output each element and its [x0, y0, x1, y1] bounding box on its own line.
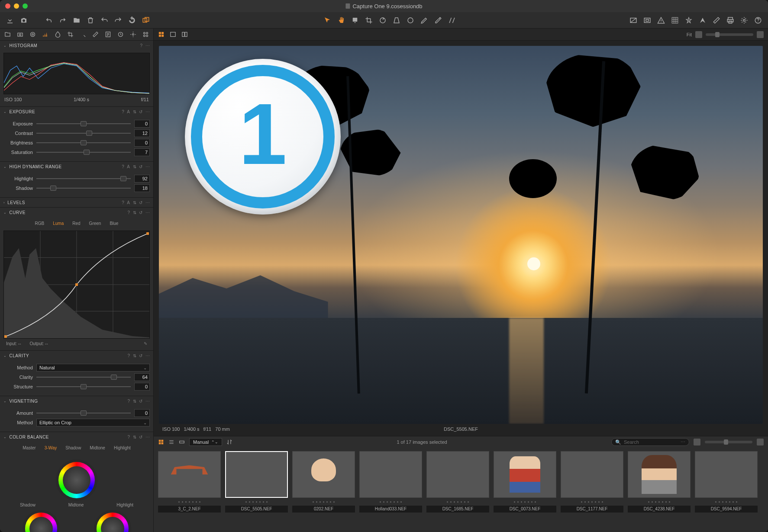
curve-picker-icon[interactable]: ✎ — [144, 341, 147, 346]
panel-reset-icon[interactable]: ↺ — [139, 164, 143, 169]
crop-icon[interactable] — [365, 16, 373, 24]
sort-direction-icon[interactable] — [226, 439, 232, 445]
rating-dots[interactable] — [426, 500, 489, 504]
panel-copy-icon[interactable]: ⇅ — [133, 164, 137, 169]
slider-track[interactable] — [36, 130, 131, 136]
cursor-select-icon[interactable] — [323, 16, 331, 24]
thumbnail[interactable]: DSC_9594.NEF — [695, 451, 758, 530]
panel-help-icon[interactable]: ? — [127, 353, 130, 358]
panel-menu-icon[interactable]: ⋯ — [145, 43, 150, 48]
hand-icon[interactable] — [337, 16, 345, 24]
rating-dots[interactable] — [561, 500, 623, 504]
panel-help-icon[interactable]: ? — [127, 435, 130, 439]
warnings-icon[interactable] — [657, 16, 665, 24]
exposure-warning-icon[interactable] — [629, 16, 637, 24]
thumbnail[interactable]: DSC_5505.NEF — [225, 451, 288, 530]
curve-editor[interactable] — [3, 231, 150, 339]
panel-auto-icon[interactable]: A — [127, 164, 130, 169]
exposure-header[interactable]: ⌄ EXPOSURE ?A⇅↺⋯ — [0, 107, 153, 116]
copy-adjustments-icon[interactable] — [448, 16, 456, 24]
panel-menu-icon[interactable]: ⋯ — [145, 200, 150, 205]
close-window-button[interactable] — [5, 3, 10, 9]
thumbnail[interactable]: 3_C_2.NEF — [158, 451, 221, 530]
rating-dots[interactable] — [292, 500, 355, 504]
view-multi-icon[interactable] — [181, 31, 188, 38]
process-icon[interactable] — [699, 16, 707, 24]
tab-master[interactable]: Master — [18, 444, 40, 452]
keystone-icon[interactable] — [393, 16, 400, 24]
thumbnail[interactable]: DSC_1177.NEF — [561, 451, 623, 530]
slider-track[interactable] — [36, 410, 131, 416]
lens-tab-icon[interactable] — [29, 31, 36, 38]
hdr-header[interactable]: ⌄ HIGH DYNAMIC RANGE ?A⇅↺⋯ — [0, 162, 153, 171]
browser-grid-icon[interactable] — [158, 439, 164, 445]
slider-value[interactable]: 64 — [134, 373, 150, 381]
slider-track[interactable] — [36, 185, 131, 191]
panel-copy-icon[interactable]: ⇅ — [133, 399, 137, 404]
thumbnail[interactable]: Holland033.NEF — [359, 451, 422, 530]
rating-dots[interactable] — [225, 500, 288, 504]
spot-icon[interactable] — [407, 16, 414, 24]
reset-icon[interactable] — [128, 16, 136, 24]
tab-blue[interactable]: Blue — [105, 220, 123, 227]
panel-reset-icon[interactable]: ↺ — [139, 399, 143, 404]
proof-profile-icon[interactable] — [695, 31, 702, 38]
slider-track[interactable] — [36, 176, 131, 182]
rating-dots[interactable] — [628, 500, 691, 504]
panel-menu-icon[interactable]: ⋯ — [145, 210, 150, 215]
tab-3-way[interactable]: 3-Way — [40, 444, 61, 452]
rating-dots[interactable] — [359, 500, 422, 504]
color-balance-header[interactable]: ⌄ COLOR BALANCE ?⇅↺⋯ — [0, 432, 153, 442]
thumbnail[interactable]: 0202.NEF — [292, 451, 355, 530]
exposure-tab-icon[interactable] — [42, 31, 48, 38]
view-grid-icon[interactable] — [158, 31, 165, 38]
panel-menu-icon[interactable]: ⋯ — [145, 164, 150, 169]
variants-icon[interactable] — [142, 16, 150, 24]
thumbnail[interactable]: DSC_0073.NEF — [494, 451, 556, 530]
browser-user-icon[interactable] — [757, 439, 764, 445]
slider-value[interactable]: 18 — [134, 184, 150, 192]
adjustments-tab-icon[interactable] — [130, 31, 136, 38]
undo-icon[interactable] — [100, 16, 108, 24]
focus-mask-icon[interactable] — [643, 16, 651, 24]
capture-icon[interactable] — [20, 16, 28, 24]
slider-value[interactable]: 0 — [134, 120, 150, 128]
rating-dots[interactable] — [494, 500, 556, 504]
slider-value[interactable]: 0 — [134, 409, 150, 417]
zoom-window-button[interactable] — [23, 3, 28, 9]
thumbnail[interactable]: DSC_1685.NEF — [426, 451, 489, 530]
minimize-window-button[interactable] — [14, 3, 19, 9]
rating-filter-icon[interactable] — [694, 439, 700, 445]
panel-help-icon[interactable]: ? — [127, 399, 130, 404]
levels-header[interactable]: › LEVELS ?A⇅↺⋯ — [0, 198, 153, 207]
grid-icon[interactable] — [671, 16, 679, 24]
move-to-icon[interactable] — [73, 16, 81, 24]
highlight-wheel[interactable] — [94, 510, 131, 532]
clarity-header[interactable]: ⌄ CLARITY ?⇅↺⋯ — [0, 351, 153, 360]
help-icon[interactable] — [754, 16, 762, 24]
clarity-method-select[interactable]: Natural — [36, 364, 150, 372]
panel-reset-icon[interactable]: ↺ — [139, 109, 143, 114]
browser-filmstrip-icon[interactable] — [179, 439, 185, 445]
panel-copy-icon[interactable]: ⇅ — [133, 200, 137, 205]
library-tab-icon[interactable] — [4, 31, 11, 38]
shadow-wheel[interactable] — [23, 510, 60, 532]
slider-value[interactable]: 12 — [134, 129, 150, 137]
panel-help-icon[interactable]: ? — [122, 164, 124, 169]
slider-value[interactable]: 0 — [134, 383, 150, 391]
capture-tab-icon[interactable] — [17, 31, 23, 38]
panel-reset-icon[interactable]: ↺ — [139, 435, 143, 439]
details-tab-icon[interactable] — [80, 31, 86, 38]
tab-rgb[interactable]: RGB — [31, 220, 49, 227]
thumb-size-slider[interactable] — [705, 441, 752, 443]
panel-menu-icon[interactable]: ⋯ — [145, 435, 150, 439]
user-icon[interactable] — [757, 31, 764, 38]
edit-with-icon[interactable] — [713, 16, 720, 24]
rotate-tool-icon[interactable] — [379, 16, 387, 24]
browser-list-icon[interactable] — [168, 439, 174, 445]
curve-header[interactable]: ⌄ CURVE ?⇅↺⋯ — [0, 208, 153, 217]
panel-copy-icon[interactable]: ⇅ — [133, 210, 137, 215]
batch-tab-icon[interactable] — [142, 31, 149, 38]
panel-help-icon[interactable]: ? — [122, 200, 124, 205]
crop-tab-icon[interactable] — [67, 31, 74, 38]
